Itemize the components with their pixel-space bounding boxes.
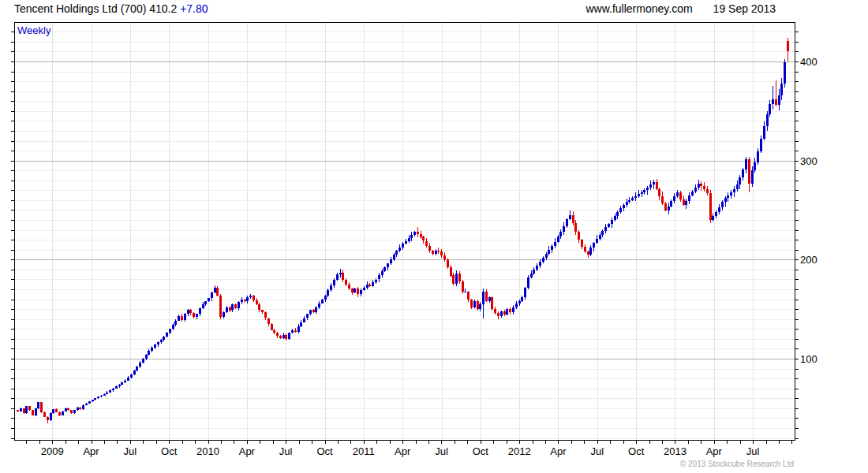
y-axis-label: 300 [800,155,817,167]
y-axis-label: 400 [800,56,817,68]
x-axis-label: Oct [161,445,178,457]
axis-labels-layer: 1002003004002009AprJulOct2010AprJulOct20… [41,56,817,457]
x-axis-label: Jul [435,445,448,457]
x-axis-label: Jul [591,445,604,457]
copyright-notice: © 2013 Stockcube Research Ltd [680,460,794,468]
x-axis-label: Oct [473,445,489,457]
x-axis-label: 2011 [353,445,375,457]
x-axis-label: Oct [316,445,333,457]
x-axis-label: 2013 [664,445,687,457]
timeframe-label: Weekly [17,24,51,36]
x-axis-label: Apr [395,445,411,457]
x-axis-label: Apr [239,445,256,457]
x-axis-label: Apr [83,445,99,457]
y-axis-label: 100 [800,353,817,365]
fullermoney-chart-page: Tencent Holdings Ltd (700) 410.2 +7.80 w… [0,0,868,473]
x-axis-label: 2012 [508,445,531,457]
axes-layer [11,23,799,445]
x-axis-label: Apr [550,445,567,457]
x-axis-label: Apr [706,445,723,457]
x-axis-label: Jul [279,445,293,457]
x-axis-label: Jul [124,445,137,457]
x-axis-label: 2010 [196,445,219,457]
candlestick-chart: 1002003004002009AprJulOct2010AprJulOct20… [0,0,868,473]
x-axis-label: Jul [746,445,760,457]
y-axis-label: 200 [800,254,817,266]
x-axis-label: Oct [628,445,645,457]
x-axis-label: 2009 [41,445,64,457]
